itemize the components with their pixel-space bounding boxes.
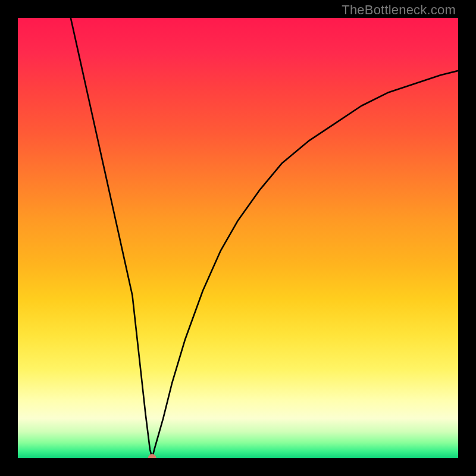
chart-container: TheBottleneck.com [0, 0, 476, 476]
marker-point [148, 454, 156, 458]
plot-area [18, 18, 458, 458]
chart-svg [18, 18, 458, 458]
watermark-text: TheBottleneck.com [342, 2, 456, 18]
curve-path [71, 18, 458, 458]
